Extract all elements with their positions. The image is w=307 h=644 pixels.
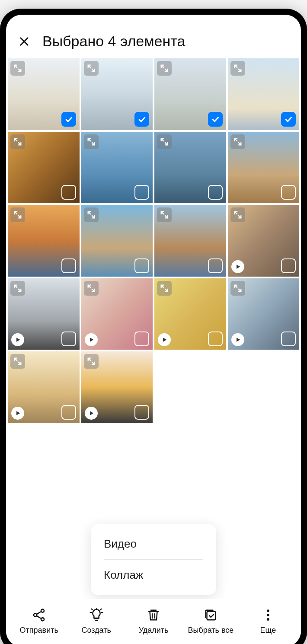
select-checkbox[interactable] xyxy=(134,258,149,273)
photo-thumb[interactable] xyxy=(8,278,80,350)
select-checkbox[interactable] xyxy=(61,405,76,420)
svg-marker-3 xyxy=(16,338,20,341)
svg-marker-8 xyxy=(90,411,93,415)
expand-icon[interactable] xyxy=(84,134,99,149)
photo-thumb[interactable] xyxy=(81,351,153,423)
select-all-button[interactable]: Выбрать все xyxy=(182,607,239,635)
play-icon xyxy=(231,333,244,346)
more-icon xyxy=(260,607,276,623)
select-checkbox[interactable] xyxy=(281,258,296,273)
photo-thumb[interactable] xyxy=(154,132,226,204)
select-checkbox[interactable] xyxy=(61,185,76,200)
select-checkbox[interactable] xyxy=(134,405,149,420)
select-checkbox[interactable] xyxy=(281,332,296,346)
photo-thumb[interactable] xyxy=(81,58,153,130)
select-checkbox[interactable] xyxy=(61,258,76,273)
svg-point-11 xyxy=(41,618,44,621)
play-icon xyxy=(85,333,98,346)
photo-thumb[interactable] xyxy=(8,205,80,277)
svg-point-9 xyxy=(34,613,37,616)
svg-line-12 xyxy=(37,611,42,614)
select-checkbox[interactable] xyxy=(134,185,149,200)
play-icon xyxy=(11,333,24,346)
create-popup: Видео Коллаж xyxy=(91,524,216,595)
expand-icon[interactable] xyxy=(230,207,245,222)
play-icon xyxy=(231,260,244,273)
select-all-icon xyxy=(202,607,219,623)
expand-icon[interactable] xyxy=(10,281,25,296)
svg-point-21 xyxy=(267,614,269,616)
select-checkbox[interactable] xyxy=(134,112,149,127)
popup-item-collage[interactable]: Коллаж xyxy=(91,560,216,590)
expand-icon[interactable] xyxy=(157,281,172,296)
trash-icon xyxy=(145,607,162,623)
play-icon xyxy=(11,407,24,420)
photo-thumb[interactable] xyxy=(228,132,300,204)
photo-thumb[interactable] xyxy=(8,351,80,423)
expand-icon[interactable] xyxy=(84,207,99,222)
svg-rect-19 xyxy=(207,611,216,620)
expand-icon[interactable] xyxy=(10,61,25,76)
expand-icon[interactable] xyxy=(230,61,245,76)
photo-thumb[interactable] xyxy=(81,205,153,277)
svg-marker-2 xyxy=(237,265,240,268)
delete-label: Удалить xyxy=(139,626,169,635)
phone-frame: Выбрано 4 элемента Видео Коллаж Отправит… xyxy=(0,9,307,644)
expand-icon[interactable] xyxy=(84,354,99,369)
select-checkbox[interactable] xyxy=(208,185,223,200)
svg-line-18 xyxy=(100,609,101,609)
select-checkbox[interactable] xyxy=(208,332,223,346)
photo-thumb[interactable] xyxy=(8,132,80,204)
select-checkbox[interactable] xyxy=(61,112,76,127)
photo-grid xyxy=(6,58,301,423)
expand-icon[interactable] xyxy=(157,61,172,76)
expand-icon[interactable] xyxy=(10,134,25,149)
photo-thumb[interactable] xyxy=(81,132,153,204)
play-icon xyxy=(85,407,98,420)
expand-icon[interactable] xyxy=(230,281,245,296)
select-all-label: Выбрать все xyxy=(188,626,233,635)
create-button[interactable]: Создать xyxy=(67,607,125,635)
svg-point-22 xyxy=(267,618,269,621)
more-button[interactable]: Еще xyxy=(240,607,297,635)
svg-marker-4 xyxy=(90,338,93,341)
svg-marker-5 xyxy=(163,338,166,341)
popup-item-video[interactable]: Видео xyxy=(91,529,216,559)
send-button[interactable]: Отправить xyxy=(10,607,67,635)
screen: Выбрано 4 элемента Видео Коллаж Отправит… xyxy=(6,15,301,644)
close-button[interactable] xyxy=(16,34,32,49)
expand-icon[interactable] xyxy=(10,207,25,222)
more-label: Еще xyxy=(260,626,276,635)
expand-icon[interactable] xyxy=(84,281,99,296)
delete-button[interactable]: Удалить xyxy=(125,607,182,635)
select-checkbox[interactable] xyxy=(208,112,223,127)
svg-marker-7 xyxy=(16,411,20,415)
select-checkbox[interactable] xyxy=(281,112,296,127)
expand-icon[interactable] xyxy=(10,354,25,369)
photo-thumb[interactable] xyxy=(154,58,226,130)
select-checkbox[interactable] xyxy=(61,332,76,346)
photo-thumb[interactable] xyxy=(81,278,153,350)
svg-point-20 xyxy=(267,609,269,612)
select-checkbox[interactable] xyxy=(281,185,296,200)
close-icon xyxy=(18,35,30,48)
photo-thumb[interactable] xyxy=(228,278,300,350)
photo-thumb[interactable] xyxy=(154,205,226,277)
select-checkbox[interactable] xyxy=(134,332,149,346)
bottom-bar: Отправить Создать Удалить Выбрать все xyxy=(6,599,301,644)
lightbulb-icon xyxy=(88,607,105,623)
photo-thumb[interactable] xyxy=(228,205,300,277)
expand-icon[interactable] xyxy=(84,61,99,76)
svg-marker-6 xyxy=(237,338,240,341)
send-label: Отправить xyxy=(20,626,58,635)
select-checkbox[interactable] xyxy=(208,258,223,273)
expand-icon[interactable] xyxy=(157,207,172,222)
photo-thumb[interactable] xyxy=(228,58,300,130)
share-icon xyxy=(31,607,47,623)
photo-thumb[interactable] xyxy=(8,58,80,130)
expand-icon[interactable] xyxy=(157,134,172,149)
expand-icon[interactable] xyxy=(230,134,245,149)
svg-line-17 xyxy=(91,609,92,609)
play-icon xyxy=(158,333,171,346)
photo-thumb[interactable] xyxy=(154,278,226,350)
